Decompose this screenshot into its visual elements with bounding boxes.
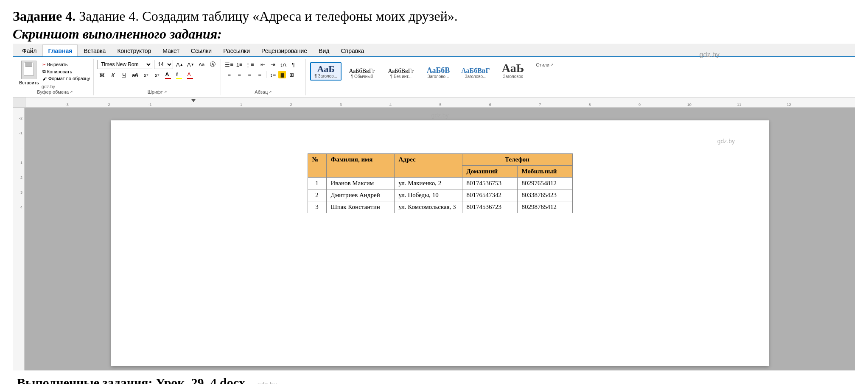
table-row: 3 Шпак Константин ул. Комсомольская, 3 8… — [308, 201, 572, 213]
sort-button[interactable]: ↕A — [278, 60, 288, 69]
cut-icon: ✂ — [42, 62, 46, 67]
row1-phone-mobile: 80297654812 — [517, 178, 572, 189]
ruler-tick-8: 8 — [589, 103, 591, 107]
tab-insert[interactable]: Вставка — [78, 45, 111, 56]
row2-phone-home: 80176547342 — [462, 189, 517, 201]
row1-no: 1 — [308, 178, 326, 189]
subscript-button[interactable]: x2 — [141, 70, 151, 80]
italic-button[interactable]: К — [108, 70, 118, 80]
row2-name: Дмитриев Андрей — [326, 189, 394, 201]
ruler-tick-1: 1 — [240, 103, 242, 107]
decrease-indent-button[interactable]: ⇤ — [258, 60, 267, 69]
expand-para-icon[interactable]: ↗ — [269, 90, 272, 94]
align-left-button[interactable]: ≡ — [224, 70, 234, 79]
text-color-button[interactable]: A — [163, 70, 173, 80]
row3-phone-home: 80174536723 — [462, 201, 517, 213]
doc-area: -2 -1 · 1 2 3 4 gdz.by gdz.by — [13, 108, 855, 370]
styles-group-label: Стили ↗ — [536, 62, 554, 67]
tab-mailings[interactable]: Рассылки — [218, 45, 255, 56]
tab-help[interactable]: Справка — [335, 45, 370, 56]
watermark-top-right: gdz.by — [700, 51, 720, 58]
style-nospacing-preview: АаБбВвГг — [388, 68, 414, 74]
font-color-button[interactable]: A — [185, 70, 195, 80]
expand-clipboard-icon[interactable]: ↗ — [70, 90, 73, 94]
bold-button[interactable]: Ж — [97, 70, 106, 80]
v-tick-1: 1 — [20, 161, 22, 165]
style-heading1-label: ¶ Заголов... — [314, 74, 337, 78]
ruler-tick-2: 2 — [290, 103, 292, 107]
tab-view[interactable]: Вид — [313, 45, 335, 56]
tab-links[interactable]: Ссылки — [185, 45, 217, 56]
numbering-button[interactable]: 1≡ — [235, 60, 244, 69]
show-marks-button[interactable]: ¶ — [288, 60, 298, 69]
highlight-button[interactable]: ℓ — [174, 70, 184, 80]
cut-button[interactable]: ✂ Вырезать — [42, 61, 91, 67]
style-nospacing-label: ¶ Без инт... — [390, 74, 412, 79]
format-painter-icon: 🖌 — [42, 76, 47, 81]
heading-area: Задание 4. Задание 4. Создадим таблицу «… — [13, 8, 855, 43]
line-spacing-button[interactable]: ↕≡ — [268, 70, 277, 79]
row2-phone-mobile: 80338765423 — [517, 189, 572, 201]
expand-styles-icon[interactable]: ↗ — [550, 63, 554, 67]
separator2 — [266, 71, 266, 78]
format-painter-button[interactable]: 🖌 Формат по образцу — [42, 75, 91, 81]
font-name-select[interactable]: Times New Rom — [97, 60, 152, 69]
shrink-font-button[interactable]: A▼ — [186, 60, 195, 69]
table-header-phone-home: Домашний — [462, 166, 517, 178]
table-header-address: Адрес — [394, 154, 462, 178]
table-row: 2 Дмитриев Андрей ул. Победы, 10 8017654… — [308, 189, 572, 201]
table-row: 1 Иванов Максим ул. Макиенко, 2 80174536… — [308, 178, 572, 189]
ruler-tick-n1: -1 — [148, 103, 151, 107]
ruler-tick-4: 4 — [389, 103, 392, 107]
change-case-button[interactable]: Aa — [197, 60, 206, 69]
ruler-indent-marker[interactable] — [191, 99, 196, 102]
para-label-text: Абзац — [255, 89, 268, 95]
paste-label: Вставить — [19, 80, 39, 85]
row3-no: 3 — [308, 201, 326, 213]
clipboard-label-text: Буфер обмена — [37, 89, 69, 95]
increase-indent-button[interactable]: ⇥ — [268, 60, 277, 69]
ruler-corner — [13, 97, 25, 108]
doc-page: gdz.by № Фамилия, имя Адрес Телефон — [111, 120, 769, 366]
style-nospacing-button[interactable]: АаБбВвГг ¶ Без инт... — [382, 67, 420, 81]
ruler-tick-3: 3 — [340, 103, 342, 107]
tab-main[interactable]: Главная — [42, 45, 78, 56]
tab-file[interactable]: Файл — [17, 45, 42, 56]
font-size-select[interactable]: 14 — [154, 60, 173, 69]
underline-button[interactable]: Ч — [119, 70, 129, 80]
style-heading2-button[interactable]: АаБбВ Заголово... — [421, 65, 455, 81]
superscript-button[interactable]: x2 — [152, 70, 162, 80]
paste-button[interactable]: Вставить — [19, 61, 39, 85]
style-title-button[interactable]: АаЬ Заголовок — [496, 61, 530, 81]
tab-review[interactable]: Рецензирование — [256, 45, 313, 56]
justify-button[interactable]: ≡ — [255, 70, 264, 79]
grow-font-button[interactable]: A▲ — [175, 60, 184, 69]
shading-button[interactable]: ▓ — [278, 71, 286, 78]
font-label-text: Шрифт — [148, 89, 163, 95]
multilevel-button[interactable]: ⋮≡ — [245, 60, 254, 69]
style-heading3-button[interactable]: АаБбВвГ Заголово... — [457, 66, 494, 81]
bullets-button[interactable]: ☰≡ — [224, 60, 234, 69]
style-heading3-preview: АаБбВвГ — [461, 67, 490, 74]
style-normal-button[interactable]: АаБбВвГг ¶ Обычный — [343, 67, 381, 81]
tab-layout[interactable]: Макет — [157, 45, 185, 56]
table-wrapper: № Фамилия, имя Адрес Телефон Домашний Мо… — [145, 153, 735, 213]
clear-format-button[interactable]: Ⓐ — [208, 60, 217, 69]
align-center-button[interactable]: ≡ — [235, 70, 244, 79]
style-heading2-label: Заголово... — [427, 74, 449, 79]
align-right-button[interactable]: ≡ — [245, 70, 254, 79]
font-row2: Ж К Ч аб x2 x2 A ℓ — [97, 70, 217, 80]
style-heading1-button[interactable]: АаБ ¶ Заголов... — [310, 62, 342, 81]
task-number: Задание 4. — [13, 8, 76, 24]
table-header-phone-mobile: Мобильный — [517, 166, 572, 178]
tab-constructor[interactable]: Конструктор — [112, 45, 157, 56]
strikethrough-button[interactable]: аб — [130, 70, 140, 80]
row1-phone-home: 80174536753 — [462, 178, 517, 189]
borders-button[interactable]: ⊞ — [287, 70, 296, 79]
copy-button[interactable]: ⧉ Копировать — [42, 68, 91, 75]
task-title: Задание 4. Задание 4. Создадим таблицу «… — [13, 8, 855, 25]
expand-font-icon[interactable]: ↗ — [164, 90, 167, 94]
task-title-text: Задание 4. Создадим таблицу «Адреса и те… — [79, 8, 458, 24]
style-title-preview: АаЬ — [502, 62, 524, 74]
para-group-label: Абзац ↗ — [255, 89, 272, 95]
